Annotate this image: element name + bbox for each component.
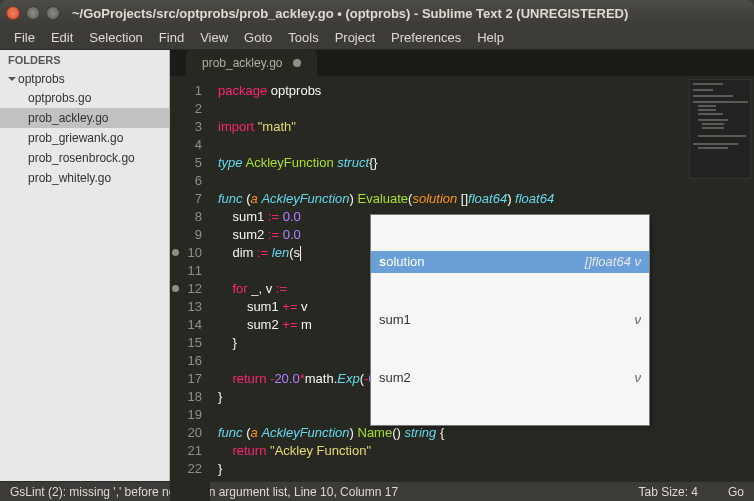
menu-file[interactable]: File [6, 30, 43, 45]
autocomplete-item[interactable]: sum1 ν [371, 309, 649, 331]
line-number: 3 [170, 118, 202, 136]
line-number: 14 [170, 316, 202, 334]
line-number: 22 [170, 460, 202, 478]
line-number: 21 [170, 442, 202, 460]
menu-project[interactable]: Project [327, 30, 383, 45]
autocomplete-label: solution [379, 253, 425, 271]
autocomplete-item[interactable]: solution []float64 ν [371, 251, 649, 273]
menu-help[interactable]: Help [469, 30, 512, 45]
line-number: 2 [170, 100, 202, 118]
line-number: 1 [170, 82, 202, 100]
line-number: 4 [170, 136, 202, 154]
line-number: 12 [170, 280, 202, 298]
line-number: 17 [170, 370, 202, 388]
menu-goto[interactable]: Goto [236, 30, 280, 45]
window-title: ~/GoProjects/src/optprobs/prob_ackley.go… [72, 6, 628, 21]
dirty-indicator-icon [293, 59, 301, 67]
line-number: 13 [170, 298, 202, 316]
autocomplete-hint: ν [635, 369, 642, 387]
autocomplete-item[interactable]: sum2 ν [371, 367, 649, 389]
tab-bar: prob_ackley.go [170, 50, 754, 76]
autocomplete-label: sum1 [379, 311, 411, 329]
window-maximize-button[interactable] [46, 6, 60, 20]
autocomplete-popup: solution []float64 ν sum1 ν sum2 ν [370, 214, 650, 426]
title-bar: ~/GoProjects/src/optprobs/prob_ackley.go… [0, 0, 754, 26]
line-number: 8 [170, 208, 202, 226]
sidebar-file[interactable]: prob_whitely.go [0, 168, 169, 188]
line-number: 10 [170, 244, 202, 262]
sidebar-file[interactable]: prob_ackley.go [0, 108, 169, 128]
autocomplete-label: sum2 [379, 369, 411, 387]
line-number: 20 [170, 424, 202, 442]
menu-edit[interactable]: Edit [43, 30, 81, 45]
menu-find[interactable]: Find [151, 30, 192, 45]
line-number: 16 [170, 352, 202, 370]
line-number: 18 [170, 388, 202, 406]
menu-preferences[interactable]: Preferences [383, 30, 469, 45]
window-close-button[interactable] [6, 6, 20, 20]
code-content[interactable]: package optprobs import "math" type Ackl… [210, 76, 754, 501]
line-number: 7 [170, 190, 202, 208]
editor: prob_ackley.go 1 2 3 4 5 6 7 8 9 10 11 1… [170, 50, 754, 481]
line-number: 11 [170, 262, 202, 280]
autocomplete-hint: []float64 ν [585, 253, 641, 271]
sidebar-file[interactable]: prob_griewank.go [0, 128, 169, 148]
menu-view[interactable]: View [192, 30, 236, 45]
line-number: 9 [170, 226, 202, 244]
menu-bar: File Edit Selection Find View Goto Tools… [0, 26, 754, 50]
window-minimize-button[interactable] [26, 6, 40, 20]
line-number: 6 [170, 172, 202, 190]
line-number: 15 [170, 334, 202, 352]
minimap[interactable] [689, 79, 751, 179]
gutter: 1 2 3 4 5 6 7 8 9 10 11 12 13 14 15 16 1… [170, 76, 210, 501]
autocomplete-hint: ν [635, 311, 642, 329]
line-number: 5 [170, 154, 202, 172]
text-cursor [300, 246, 301, 261]
sidebar: FOLDERS optprobs optprobs.go prob_ackley… [0, 50, 170, 481]
menu-selection[interactable]: Selection [81, 30, 150, 45]
sidebar-file[interactable]: optprobs.go [0, 88, 169, 108]
sidebar-file[interactable]: prob_rosenbrock.go [0, 148, 169, 168]
sidebar-folder[interactable]: optprobs [0, 70, 169, 88]
tab-label: prob_ackley.go [202, 56, 283, 70]
line-number: 19 [170, 406, 202, 424]
chevron-down-icon [8, 77, 16, 81]
sidebar-folder-label: optprobs [18, 72, 65, 86]
menu-tools[interactable]: Tools [280, 30, 326, 45]
tab[interactable]: prob_ackley.go [186, 50, 317, 76]
sidebar-header: FOLDERS [0, 50, 169, 70]
